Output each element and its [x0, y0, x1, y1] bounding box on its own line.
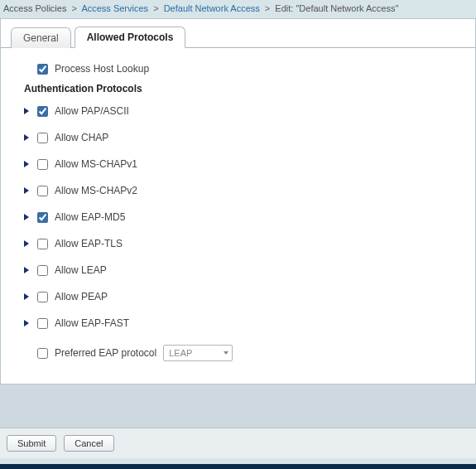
protocol-row-eapmd5: Allow EAP-MD5 [24, 204, 460, 230]
allow-eapmd5-checkbox[interactable] [37, 212, 48, 223]
preferred-eap-checkbox[interactable] [37, 348, 48, 359]
expand-icon[interactable] [24, 293, 29, 300]
breadcrumb-root: Access Policies [3, 3, 66, 13]
breadcrumb-sep: > [262, 3, 272, 13]
breadcrumb-link-default-network-access[interactable]: Default Network Access [164, 3, 260, 13]
expand-icon[interactable] [24, 134, 29, 141]
gap [0, 384, 476, 428]
allow-pap-checkbox[interactable] [37, 106, 48, 117]
protocol-row-chap: Allow CHAP [24, 124, 460, 151]
protocol-row-pap: Allow PAP/ASCII [24, 98, 460, 124]
tab-bar: General Allowed Protocols [1, 19, 475, 47]
allow-leap-label: Allow LEAP [55, 264, 107, 276]
allow-mschapv1-checkbox[interactable] [37, 159, 48, 170]
allow-eaptls-label: Allow EAP-TLS [55, 238, 123, 249]
allow-mschapv2-checkbox[interactable] [37, 186, 48, 196]
expand-icon[interactable] [24, 214, 29, 220]
allow-chap-label: Allow CHAP [55, 132, 108, 143]
allow-eapfast-label: Allow EAP-FAST [55, 317, 129, 329]
footer-bar: Submit Cancel [0, 428, 476, 458]
breadcrumb-sep: > [151, 3, 161, 13]
breadcrumb-current: Edit: "Default Network Access" [275, 3, 398, 13]
tab-general[interactable]: General [11, 27, 71, 48]
cancel-button[interactable]: Cancel [64, 435, 113, 452]
allow-eapmd5-label: Allow EAP-MD5 [55, 211, 125, 223]
process-host-lookup-checkbox[interactable] [37, 64, 48, 75]
expand-icon[interactable] [24, 161, 29, 167]
tab-allowed-protocols[interactable]: Allowed Protocols [75, 27, 186, 48]
protocol-row-mschapv2: Allow MS-CHAPv2 [24, 177, 460, 204]
expand-icon[interactable] [24, 108, 29, 114]
protocol-row-eapfast: Allow EAP-FAST [24, 310, 460, 336]
preferred-eap-select[interactable]: LEAP [163, 345, 233, 361]
breadcrumb: Access Policies > Access Services > Defa… [0, 0, 476, 18]
submit-button[interactable]: Submit [7, 435, 56, 452]
section-title-auth-protocols: Authentication Protocols [24, 80, 460, 98]
preferred-eap-label: Preferred EAP protocol [55, 347, 156, 359]
process-host-lookup-label: Process Host Lookup [55, 63, 149, 75]
allow-eapfast-checkbox[interactable] [37, 318, 48, 329]
allow-leap-checkbox[interactable] [37, 265, 48, 276]
allow-mschapv2-label: Allow MS-CHAPv2 [55, 185, 137, 196]
expand-icon[interactable] [24, 267, 29, 273]
protocol-row-peap: Allow PEAP [24, 283, 460, 310]
panel: General Allowed Protocols Process Host L… [0, 18, 476, 384]
allow-peap-checkbox[interactable] [37, 292, 48, 302]
breadcrumb-link-access-services[interactable]: Access Services [81, 3, 148, 13]
allow-eaptls-checkbox[interactable] [37, 239, 48, 249]
allow-chap-checkbox[interactable] [37, 133, 48, 143]
protocol-row-leap: Allow LEAP [24, 257, 460, 283]
tab-content: Process Host Lookup Authentication Proto… [1, 48, 475, 378]
expand-icon[interactable] [24, 240, 29, 247]
protocol-row-eaptls: Allow EAP-TLS [24, 230, 460, 257]
process-host-lookup-row: Process Host Lookup [24, 58, 460, 80]
expand-icon[interactable] [24, 187, 29, 194]
chevron-down-icon [224, 351, 228, 355]
expand-icon[interactable] [24, 320, 29, 326]
bottom-strip [0, 464, 476, 469]
preferred-eap-row: Preferred EAP protocol LEAP [24, 336, 460, 361]
protocol-row-mschapv1: Allow MS-CHAPv1 [24, 151, 460, 177]
preferred-eap-select-value: LEAP [169, 348, 192, 358]
breadcrumb-sep: > [69, 3, 79, 13]
allow-pap-label: Allow PAP/ASCII [55, 105, 129, 117]
allow-mschapv1-label: Allow MS-CHAPv1 [55, 158, 137, 170]
allow-peap-label: Allow PEAP [55, 291, 108, 302]
